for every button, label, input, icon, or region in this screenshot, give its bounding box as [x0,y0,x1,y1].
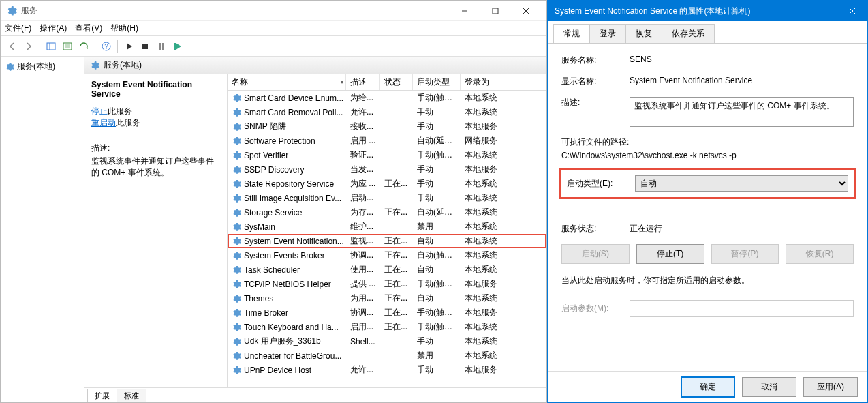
param-input [630,300,854,317]
cancel-button[interactable]: 取消 [742,377,796,397]
tab-dependencies[interactable]: 依存关系 [662,24,715,44]
menu-action[interactable]: 操作(A) [40,23,67,34]
startup-type-row: 启动类型(E): 自动 [561,170,854,197]
list-body[interactable]: Smart Card Device Enum...为给...手动(触发...本地… [228,91,546,387]
close-button[interactable] [510,1,541,21]
desc-label: 描述: [91,143,220,154]
tab-extended[interactable]: 扩展 [87,389,117,402]
ok-button[interactable]: 确定 [681,376,735,398]
dialog-content: 服务名称: SENS 显示名称: System Event Notificati… [548,43,867,371]
startup-type-select[interactable]: 自动 [635,175,848,192]
dialog-buttons: 确定 取消 应用(A) [548,371,867,402]
svg-rect-1 [493,8,498,14]
dialog-titlebar: System Event Notification Service 的属性(本地… [548,1,867,21]
table-row[interactable]: SSDP Discovery当发...手动本地服务 [228,162,546,177]
tab-recovery[interactable]: 恢复 [625,24,662,44]
gear-icon [232,323,241,332]
col-logon[interactable]: 登录为 [461,74,508,90]
table-row[interactable]: SNMP 陷阱接收...手动本地服务 [228,119,546,134]
back-button[interactable] [5,39,20,54]
svg-text:?: ? [104,43,108,50]
table-row[interactable]: Udk 用户服务_3361bShell...手动本地系统 [228,334,546,348]
apply-button[interactable]: 应用(A) [803,377,858,397]
pause-button[interactable] [154,39,169,54]
gear-icon [232,136,241,146]
menubar: 文件(F) 操作(A) 查看(V) 帮助(H) [1,21,546,36]
toolbar: ? [1,36,546,57]
list-header: 名称▾ 描述 状态 启动类型 登录为 [228,74,546,91]
stop-link[interactable]: 停止 [91,106,108,116]
status-label: 服务状态: [561,223,630,235]
chevron-down-icon[interactable]: ▾ [341,79,343,85]
properties-dialog: System Event Notification Service 的属性(本地… [547,0,868,403]
disp-name-value: System Event Notification Service [630,76,854,85]
restart-link[interactable]: 重启动 [91,118,116,128]
table-row[interactable]: Spot Verifier验证...手动(触发...本地系统 [228,148,546,162]
content-header-label: 服务(本地) [104,59,142,71]
exe-path: C:\Windows\system32\svchost.exe -k netsv… [561,151,854,160]
gear-icon [232,308,241,318]
svc-name-value: SENS [630,55,854,64]
gear-icon [232,351,241,361]
tab-logon[interactable]: 登录 [589,24,626,44]
window-title: 服务 [21,5,449,16]
table-row[interactable]: System Event Notification...监视...正在...自动… [228,234,546,248]
play-button[interactable] [121,39,136,54]
minimize-button[interactable] [449,1,480,21]
col-status[interactable]: 状态 [380,74,413,90]
table-row[interactable]: TCP/IP NetBIOS Helper提供 ...正在...手动(触发...… [228,277,546,291]
gear-icon [232,151,241,160]
export-button[interactable] [60,39,75,54]
maximize-button[interactable] [480,1,510,21]
desc-box[interactable]: 监视系统事件并通知订户这些事件的 COM+ 事件系统。 [630,97,854,127]
bottom-tabs: 扩展 标准 [84,387,546,402]
table-row[interactable]: SysMain维护...禁用本地系统 [228,220,546,234]
table-row[interactable]: Task Scheduler使用...正在...自动本地系统 [228,263,546,277]
gear-icon [232,365,241,375]
svg-rect-10 [142,44,148,49]
col-desc[interactable]: 描述 [346,74,380,90]
dialog-close-button[interactable] [837,1,867,21]
col-name[interactable]: 名称▾ [228,74,346,90]
gear-icon [232,108,241,117]
table-row[interactable]: Themes为用...正在...自动本地系统 [228,291,546,305]
stop-button[interactable] [138,39,153,54]
table-row[interactable]: Still Image Acquisition Ev...启动...手动本地系统 [228,191,546,205]
gear-icon [232,122,241,132]
tab-general[interactable]: 常规 [553,24,590,44]
col-startup[interactable]: 启动类型 [413,74,461,90]
tab-standard[interactable]: 标准 [117,389,146,402]
start-button: 启动(S) [561,244,630,264]
table-row[interactable]: Uncheater for BattleGrou...禁用本地系统 [228,348,546,363]
table-row[interactable]: Touch Keyboard and Ha...启用...正在...手动(触发.… [228,320,546,334]
hint-text: 当从此处启动服务时，你可指定所适用的启动参数。 [561,275,854,286]
svg-rect-4 [47,43,55,50]
table-row[interactable]: Storage Service为存...正在...自动(延迟...本地系统 [228,205,546,220]
tree-root-label: 服务(本地) [17,61,55,72]
menu-view[interactable]: 查看(V) [75,23,102,34]
pause-button: 暂停(P) [711,244,779,264]
table-row[interactable]: Smart Card Removal Poli...允许...手动本地系统 [228,105,546,119]
menu-help[interactable]: 帮助(H) [110,23,138,34]
content-header: 服务(本地) [84,57,546,74]
table-row[interactable]: Time Broker协调...正在...手动(触发...本地服务 [228,305,546,320]
disp-name-label: 显示名称: [561,76,630,87]
forward-button[interactable] [21,39,36,54]
table-row[interactable]: Software Protection启用 ...自动(延迟...网络服务 [228,134,546,148]
restart-button[interactable] [170,39,185,54]
table-row[interactable]: UPnP Device Host允许...手动本地服务 [228,363,546,377]
refresh-button[interactable] [76,39,91,54]
gear-icon [232,194,241,203]
table-row[interactable]: System Events Broker协调...正在...自动(触发...本地… [228,248,546,263]
menu-file[interactable]: 文件(F) [5,23,31,34]
svg-rect-12 [162,43,164,50]
gear-icon [232,222,241,232]
help-button[interactable]: ? [99,39,114,54]
table-row[interactable]: State Repository Service为应 ...正在...手动本地系… [228,177,546,191]
table-row[interactable]: Smart Card Device Enum...为给...手动(触发...本地… [228,91,546,105]
tree-root-item[interactable]: 服务(本地) [3,59,81,74]
show-hide-button[interactable] [44,39,59,54]
service-list: 名称▾ 描述 状态 启动类型 登录为 Smart Card Device Enu… [228,74,546,387]
stop-button[interactable]: 停止(T) [636,244,704,264]
selected-service-name: System Event Notification Service [91,80,220,99]
